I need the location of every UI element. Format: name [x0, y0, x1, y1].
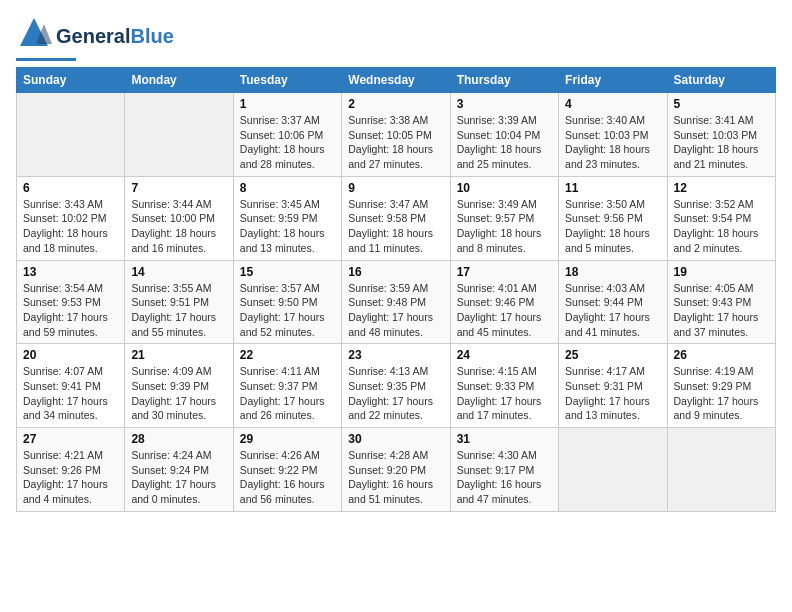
day-info: Sunrise: 3:47 AM Sunset: 9:58 PM Dayligh… — [348, 197, 443, 256]
day-number: 20 — [23, 348, 118, 362]
calendar-cell: 30Sunrise: 4:28 AM Sunset: 9:20 PM Dayli… — [342, 428, 450, 512]
day-number: 14 — [131, 265, 226, 279]
day-number: 11 — [565, 181, 660, 195]
day-number: 5 — [674, 97, 769, 111]
day-number: 12 — [674, 181, 769, 195]
calendar-week-row: 1Sunrise: 3:37 AM Sunset: 10:06 PM Dayli… — [17, 93, 776, 177]
day-number: 13 — [23, 265, 118, 279]
logo: GeneralBlue — [16, 16, 174, 61]
calendar-cell: 1Sunrise: 3:37 AM Sunset: 10:06 PM Dayli… — [233, 93, 341, 177]
day-number: 1 — [240, 97, 335, 111]
calendar-cell: 16Sunrise: 3:59 AM Sunset: 9:48 PM Dayli… — [342, 260, 450, 344]
calendar-cell: 3Sunrise: 3:39 AM Sunset: 10:04 PM Dayli… — [450, 93, 558, 177]
day-number: 28 — [131, 432, 226, 446]
calendar-cell: 2Sunrise: 3:38 AM Sunset: 10:05 PM Dayli… — [342, 93, 450, 177]
day-number: 24 — [457, 348, 552, 362]
page-header: GeneralBlue — [16, 16, 776, 61]
day-info: Sunrise: 4:05 AM Sunset: 9:43 PM Dayligh… — [674, 281, 769, 340]
calendar-cell — [125, 93, 233, 177]
day-number: 9 — [348, 181, 443, 195]
logo-text: GeneralBlue — [56, 25, 174, 47]
calendar-week-row: 13Sunrise: 3:54 AM Sunset: 9:53 PM Dayli… — [17, 260, 776, 344]
day-number: 22 — [240, 348, 335, 362]
day-number: 18 — [565, 265, 660, 279]
day-number: 30 — [348, 432, 443, 446]
calendar-cell: 12Sunrise: 3:52 AM Sunset: 9:54 PM Dayli… — [667, 176, 775, 260]
day-info: Sunrise: 3:41 AM Sunset: 10:03 PM Daylig… — [674, 113, 769, 172]
calendar-cell: 13Sunrise: 3:54 AM Sunset: 9:53 PM Dayli… — [17, 260, 125, 344]
day-info: Sunrise: 4:17 AM Sunset: 9:31 PM Dayligh… — [565, 364, 660, 423]
calendar-cell: 27Sunrise: 4:21 AM Sunset: 9:26 PM Dayli… — [17, 428, 125, 512]
day-number: 15 — [240, 265, 335, 279]
day-number: 17 — [457, 265, 552, 279]
day-info: Sunrise: 3:39 AM Sunset: 10:04 PM Daylig… — [457, 113, 552, 172]
calendar-cell: 10Sunrise: 3:49 AM Sunset: 9:57 PM Dayli… — [450, 176, 558, 260]
weekday-header-tuesday: Tuesday — [233, 68, 341, 93]
calendar-cell: 14Sunrise: 3:55 AM Sunset: 9:51 PM Dayli… — [125, 260, 233, 344]
day-info: Sunrise: 4:11 AM Sunset: 9:37 PM Dayligh… — [240, 364, 335, 423]
weekday-header-thursday: Thursday — [450, 68, 558, 93]
day-number: 7 — [131, 181, 226, 195]
calendar-cell: 11Sunrise: 3:50 AM Sunset: 9:56 PM Dayli… — [559, 176, 667, 260]
calendar-cell — [559, 428, 667, 512]
calendar-week-row: 6Sunrise: 3:43 AM Sunset: 10:02 PM Dayli… — [17, 176, 776, 260]
calendar-cell: 28Sunrise: 4:24 AM Sunset: 9:24 PM Dayli… — [125, 428, 233, 512]
calendar-cell: 25Sunrise: 4:17 AM Sunset: 9:31 PM Dayli… — [559, 344, 667, 428]
day-info: Sunrise: 4:21 AM Sunset: 9:26 PM Dayligh… — [23, 448, 118, 507]
calendar-cell: 6Sunrise: 3:43 AM Sunset: 10:02 PM Dayli… — [17, 176, 125, 260]
day-number: 6 — [23, 181, 118, 195]
day-number: 4 — [565, 97, 660, 111]
logo-icon — [16, 16, 52, 56]
day-number: 2 — [348, 97, 443, 111]
calendar-cell: 7Sunrise: 3:44 AM Sunset: 10:00 PM Dayli… — [125, 176, 233, 260]
day-info: Sunrise: 4:24 AM Sunset: 9:24 PM Dayligh… — [131, 448, 226, 507]
day-number: 27 — [23, 432, 118, 446]
day-info: Sunrise: 3:52 AM Sunset: 9:54 PM Dayligh… — [674, 197, 769, 256]
calendar-cell: 19Sunrise: 4:05 AM Sunset: 9:43 PM Dayli… — [667, 260, 775, 344]
day-info: Sunrise: 4:26 AM Sunset: 9:22 PM Dayligh… — [240, 448, 335, 507]
weekday-header-sunday: Sunday — [17, 68, 125, 93]
calendar-cell: 17Sunrise: 4:01 AM Sunset: 9:46 PM Dayli… — [450, 260, 558, 344]
weekday-header-wednesday: Wednesday — [342, 68, 450, 93]
day-info: Sunrise: 3:38 AM Sunset: 10:05 PM Daylig… — [348, 113, 443, 172]
calendar-week-row: 20Sunrise: 4:07 AM Sunset: 9:41 PM Dayli… — [17, 344, 776, 428]
day-info: Sunrise: 3:40 AM Sunset: 10:03 PM Daylig… — [565, 113, 660, 172]
day-number: 10 — [457, 181, 552, 195]
day-number: 29 — [240, 432, 335, 446]
calendar-table: SundayMondayTuesdayWednesdayThursdayFrid… — [16, 67, 776, 512]
calendar-cell: 20Sunrise: 4:07 AM Sunset: 9:41 PM Dayli… — [17, 344, 125, 428]
calendar-cell: 5Sunrise: 3:41 AM Sunset: 10:03 PM Dayli… — [667, 93, 775, 177]
day-info: Sunrise: 4:13 AM Sunset: 9:35 PM Dayligh… — [348, 364, 443, 423]
day-info: Sunrise: 3:37 AM Sunset: 10:06 PM Daylig… — [240, 113, 335, 172]
day-info: Sunrise: 3:59 AM Sunset: 9:48 PM Dayligh… — [348, 281, 443, 340]
day-info: Sunrise: 4:15 AM Sunset: 9:33 PM Dayligh… — [457, 364, 552, 423]
day-info: Sunrise: 4:07 AM Sunset: 9:41 PM Dayligh… — [23, 364, 118, 423]
calendar-cell: 22Sunrise: 4:11 AM Sunset: 9:37 PM Dayli… — [233, 344, 341, 428]
day-number: 31 — [457, 432, 552, 446]
day-number: 26 — [674, 348, 769, 362]
calendar-cell: 24Sunrise: 4:15 AM Sunset: 9:33 PM Dayli… — [450, 344, 558, 428]
calendar-week-row: 27Sunrise: 4:21 AM Sunset: 9:26 PM Dayli… — [17, 428, 776, 512]
weekday-header-saturday: Saturday — [667, 68, 775, 93]
day-info: Sunrise: 3:45 AM Sunset: 9:59 PM Dayligh… — [240, 197, 335, 256]
calendar-cell: 23Sunrise: 4:13 AM Sunset: 9:35 PM Dayli… — [342, 344, 450, 428]
day-number: 23 — [348, 348, 443, 362]
calendar-cell: 18Sunrise: 4:03 AM Sunset: 9:44 PM Dayli… — [559, 260, 667, 344]
day-number: 19 — [674, 265, 769, 279]
day-number: 3 — [457, 97, 552, 111]
day-number: 8 — [240, 181, 335, 195]
day-number: 25 — [565, 348, 660, 362]
calendar-cell: 26Sunrise: 4:19 AM Sunset: 9:29 PM Dayli… — [667, 344, 775, 428]
day-info: Sunrise: 4:03 AM Sunset: 9:44 PM Dayligh… — [565, 281, 660, 340]
day-info: Sunrise: 3:57 AM Sunset: 9:50 PM Dayligh… — [240, 281, 335, 340]
calendar-header-row: SundayMondayTuesdayWednesdayThursdayFrid… — [17, 68, 776, 93]
day-info: Sunrise: 3:54 AM Sunset: 9:53 PM Dayligh… — [23, 281, 118, 340]
calendar-cell: 31Sunrise: 4:30 AM Sunset: 9:17 PM Dayli… — [450, 428, 558, 512]
day-info: Sunrise: 4:19 AM Sunset: 9:29 PM Dayligh… — [674, 364, 769, 423]
calendar-cell: 21Sunrise: 4:09 AM Sunset: 9:39 PM Dayli… — [125, 344, 233, 428]
calendar-cell: 29Sunrise: 4:26 AM Sunset: 9:22 PM Dayli… — [233, 428, 341, 512]
day-info: Sunrise: 3:55 AM Sunset: 9:51 PM Dayligh… — [131, 281, 226, 340]
calendar-cell — [667, 428, 775, 512]
calendar-cell: 4Sunrise: 3:40 AM Sunset: 10:03 PM Dayli… — [559, 93, 667, 177]
day-info: Sunrise: 3:43 AM Sunset: 10:02 PM Daylig… — [23, 197, 118, 256]
